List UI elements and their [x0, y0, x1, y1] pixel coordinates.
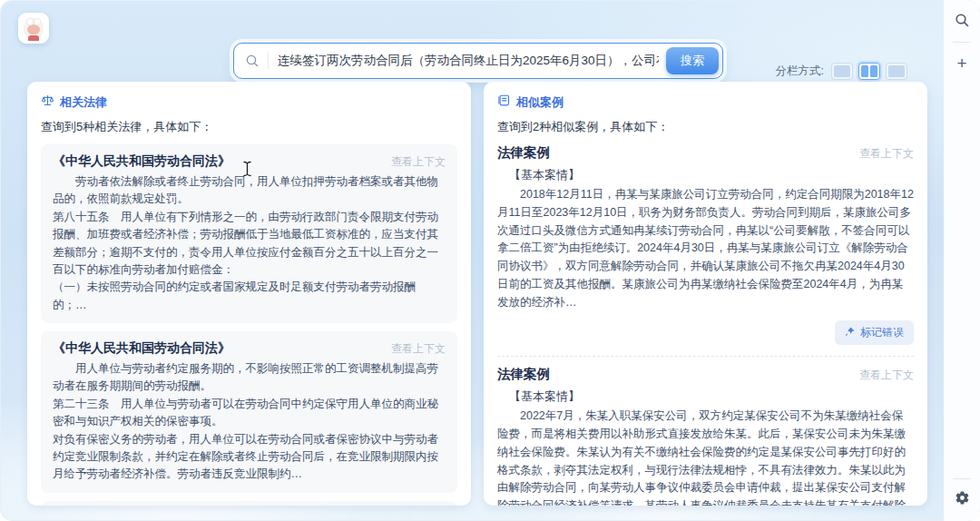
layout-switcher: 分栏方式: [776, 60, 907, 82]
similar-cases-header: 相似案例 [497, 93, 914, 111]
law-card: 《中华人民共和国劳动合同法》 查看上下文 劳动者依法解除或者终止劳动合同，用人单… [41, 144, 457, 323]
search-icon [955, 13, 970, 32]
mark-error-label: 标记错误 [860, 325, 904, 340]
layout-single-column-button[interactable] [831, 63, 853, 80]
case-excerpt: 2018年12月11日，冉某与某康旅公司订立劳动合同，约定合同期限为2018年1… [497, 186, 914, 311]
related-laws-title: 相关法律 [60, 94, 107, 111]
law-excerpt: 对负有保密义务的劳动者，用人单位可以在劳动合同或者保密协议中与劳动者约定竞业限制… [53, 431, 446, 484]
law-title: 《中华人民共和国劳动合同法》 [53, 153, 230, 170]
case-divider [497, 356, 914, 357]
search-button[interactable]: 搜索 [666, 47, 719, 74]
case-card: 法律案例 查看上下文 【基本案情】 2018年12月11日，冉某与某康旅公司订立… [497, 144, 914, 345]
app-logo-avatar[interactable] [18, 13, 49, 44]
toolbar-divider [953, 478, 971, 479]
case-title: 法律案例 [497, 144, 550, 162]
right-toolbar: + [944, 0, 980, 521]
settings-gear-icon [955, 490, 970, 509]
case-section-label: 【基本案情】 [497, 388, 914, 405]
scale-icon [41, 93, 54, 111]
document-icon [497, 93, 511, 111]
law-card: 《中华人民共和国劳动合同法》 查看上下文 用人单位与劳动者约定服务期的，不影响按… [41, 331, 457, 493]
search-divider [268, 53, 269, 69]
view-context-link[interactable]: 查看上下文 [391, 341, 446, 357]
layout-two-column-button[interactable] [858, 63, 880, 80]
related-laws-summary: 查询到5种相关法律，具体如下： [41, 119, 457, 135]
layout-three-column-button[interactable] [886, 63, 907, 80]
related-laws-panel: 相关法律 查询到5种相关法律，具体如下： 《中华人民共和国劳动合同法》 查看上下… [27, 82, 471, 506]
search-icon [245, 54, 260, 68]
settings-button[interactable] [951, 488, 973, 510]
layout-label: 分栏方式: [776, 64, 824, 79]
toolbar-divider [953, 42, 971, 43]
similar-cases-title: 相似案例 [516, 94, 564, 111]
similar-cases-panel: 相似案例 查询到2种相似案例，具体如下： 法律案例 查看上下文 【基本案情】 2… [484, 82, 927, 506]
case-section-label: 【基本案情】 [497, 167, 914, 183]
related-laws-header: 相关法律 [41, 93, 457, 111]
content-area: 相关法律 查询到5种相关法律，具体如下： 《中华人民共和国劳动合同法》 查看上下… [27, 82, 927, 506]
global-search-button[interactable] [951, 11, 973, 33]
mascot-icon [24, 18, 44, 38]
plus-icon: + [956, 54, 966, 72]
similar-cases-summary: 查询到2种相似案例，具体如下： [497, 119, 914, 135]
law-title: 《中华人民共和国劳动合同法》 [53, 340, 230, 357]
case-title: 法律案例 [497, 366, 550, 383]
case-excerpt: 2022年7月，朱某入职某保安公司，双方约定某保安公司不为朱某缴纳社会保险费，而… [497, 408, 914, 506]
view-context-link[interactable]: 查看上下文 [859, 146, 914, 162]
law-excerpt: （一）未按照劳动合同的约定或者国家规定及时足额支付劳动者劳动报酬的；… [53, 279, 446, 314]
search-input[interactable]: 连续签订两次劳动合同后（劳动合同终止日为2025年6月30日），公司在2025年… [278, 53, 659, 69]
case-card: 法律案例 查看上下文 【基本案情】 2022年7月，朱某入职某保安公司，双方约定… [497, 366, 914, 506]
flag-pin-icon [845, 326, 856, 339]
law-excerpt: 用人单位与劳动者约定服务期的，不影响按照正常的工资调整机制提高劳动者在服务期期间… [53, 360, 446, 396]
search-bar: 连续签订两次劳动合同后（劳动合同终止日为2025年6月30日），公司在2025年… [233, 43, 723, 79]
law-card: 《中华人民共和国劳动合同法-12ae3》 查看上下文 中华人民共和国劳动合同法 … [41, 501, 457, 506]
mark-error-button[interactable]: 标记错误 [835, 320, 914, 345]
law-excerpt: 第八十五条 用人单位有下列情形之一的，由劳动行政部门责令限期支付劳动报酬、加班费… [53, 209, 446, 280]
law-excerpt: 劳动者依法解除或者终止劳动合同，用人单位扣押劳动者档案或者其他物品的，依照前款规… [53, 173, 446, 209]
view-context-link[interactable]: 查看上下文 [859, 368, 914, 383]
app-window: 连续签订两次劳动合同后（劳动合同终止日为2025年6月30日），公司在2025年… [0, 0, 980, 521]
law-excerpt: 第二十三条 用人单位与劳动者可以在劳动合同中约定保守用人单位的商业秘密和与知识产… [53, 396, 446, 431]
view-context-link[interactable]: 查看上下文 [391, 154, 446, 170]
add-button[interactable]: + [951, 52, 973, 74]
